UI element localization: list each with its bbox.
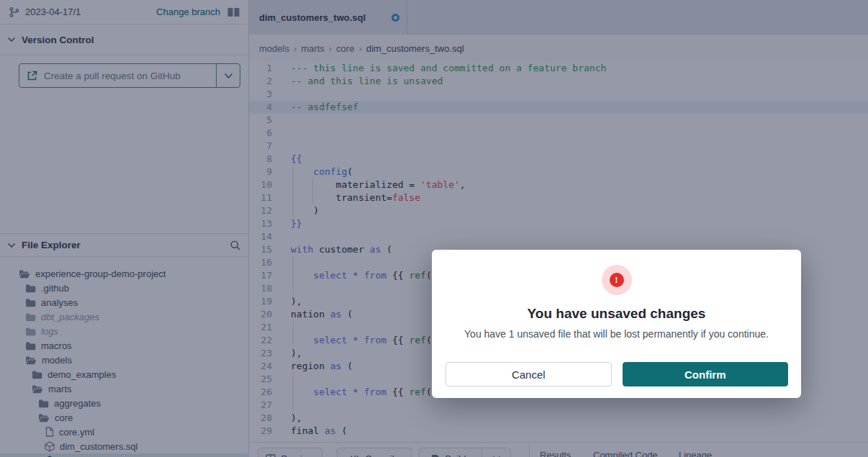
unsaved-changes-modal: ! You have unsaved changes You have 1 un… <box>432 250 801 398</box>
modal-actions: Cancel Confirm <box>446 362 788 386</box>
modal-title: You have unsaved changes <box>432 306 801 322</box>
cancel-button[interactable]: Cancel <box>446 362 612 386</box>
confirm-button[interactable]: Confirm <box>623 362 789 386</box>
alert-icon-circle: ! <box>602 265 632 295</box>
modal-body-text: You have 1 unsaved file that will be los… <box>432 328 801 340</box>
exclamation-alert-icon: ! <box>610 273 624 287</box>
